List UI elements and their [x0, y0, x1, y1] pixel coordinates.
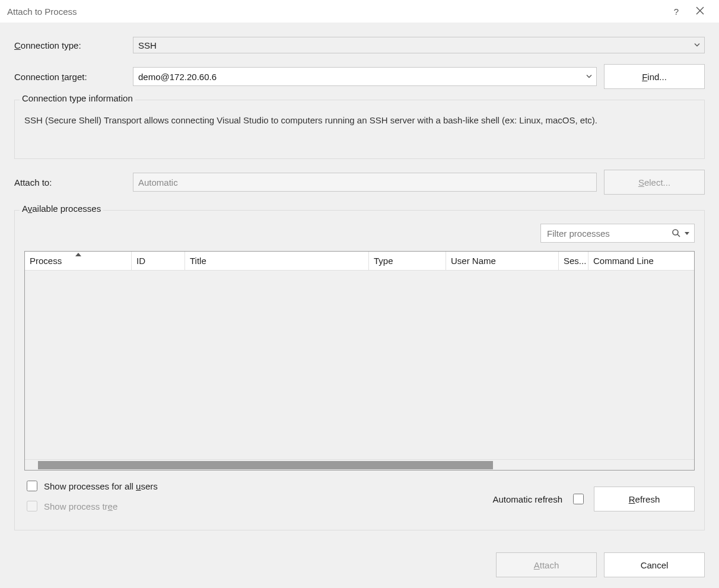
connection-info-text: SSH (Secure Shell) Transport allows conn… [24, 113, 695, 128]
attach-to-field [133, 173, 597, 192]
select-button: Select... [604, 170, 705, 195]
connection-type-row: Connection type: SSH [14, 37, 705, 53]
attach-to-row: Attach to: Select... [14, 170, 705, 195]
dropdown-caret-icon[interactable] [685, 231, 689, 236]
connection-target-value: demo@172.20.60.6 [138, 72, 217, 82]
show-process-tree-input [27, 501, 37, 511]
show-all-users-input[interactable] [27, 481, 37, 491]
chevron-down-icon [693, 40, 701, 50]
help-icon: ? [674, 7, 679, 17]
column-command-line[interactable]: Command Line [588, 252, 694, 270]
show-process-tree-label: Show process tree [44, 501, 117, 511]
dialog-footer: Attach Cancel [496, 552, 705, 577]
column-process[interactable]: Process [25, 252, 132, 270]
dialog-body: Connection type: SSH Connection target: … [0, 23, 719, 588]
connection-target-combo[interactable]: demo@172.20.60.6 [133, 67, 597, 86]
titlebar: Attach to Process ? [0, 0, 719, 23]
find-button[interactable]: Find... [604, 64, 705, 89]
below-table: Show processes for all users Show proces… [24, 479, 695, 519]
cancel-button[interactable]: Cancel [604, 552, 705, 577]
filter-processes-input[interactable] [546, 228, 669, 239]
cancel-button-label: Cancel [641, 560, 669, 570]
filter-wrap [24, 224, 695, 243]
scrollbar-thumb[interactable] [38, 461, 493, 469]
column-user-name[interactable]: User Name [446, 252, 559, 270]
available-processes-legend: Available processes [20, 204, 103, 214]
connection-info-group: Connection type information SSH (Secure … [14, 100, 705, 159]
close-button[interactable] [688, 0, 712, 23]
connection-type-label: Connection type: [14, 40, 133, 50]
auto-refresh-checkbox[interactable] [573, 494, 584, 504]
svg-point-2 [673, 230, 678, 235]
show-all-users-checkbox[interactable]: Show processes for all users [24, 479, 158, 493]
connection-type-combo[interactable]: SSH [133, 37, 705, 53]
svg-marker-4 [685, 232, 689, 235]
select-button-label: Select... [638, 177, 670, 187]
column-title[interactable]: Title [185, 252, 369, 270]
show-process-tree-checkbox: Show process tree [24, 499, 158, 513]
column-id[interactable]: ID [132, 252, 185, 270]
connection-info-legend: Connection type information [20, 93, 135, 103]
left-options: Show processes for all users Show proces… [24, 479, 158, 519]
close-icon [696, 7, 704, 17]
filter-processes-box[interactable] [540, 224, 695, 243]
auto-refresh-label: Automatic refresh [492, 494, 562, 504]
available-processes-group: Available processes Process ID Title Typ… [14, 210, 705, 530]
find-button-label: Find... [642, 72, 667, 82]
connection-target-label: Connection target: [14, 72, 133, 82]
attach-button-label: Attach [534, 560, 559, 570]
help-button[interactable]: ? [664, 0, 688, 23]
column-session[interactable]: Ses... [559, 252, 588, 270]
processes-table: Process ID Title Type User Name Ses... C… [24, 251, 695, 471]
chevron-down-icon [586, 72, 593, 82]
window-title: Attach to Process [7, 7, 664, 17]
refresh-button[interactable]: Refresh [594, 487, 695, 511]
attach-button: Attach [496, 552, 597, 577]
search-icon [672, 228, 681, 238]
horizontal-scrollbar[interactable] [25, 459, 694, 470]
connection-target-row: Connection target: demo@172.20.60.6 Find… [14, 64, 705, 89]
attach-to-label: Attach to: [14, 177, 133, 187]
table-header: Process ID Title Type User Name Ses... C… [25, 252, 694, 271]
table-body-empty [25, 271, 694, 459]
refresh-button-label: Refresh [629, 494, 660, 504]
column-type[interactable]: Type [369, 252, 446, 270]
show-all-users-label: Show processes for all users [44, 481, 158, 491]
right-options: Automatic refresh Refresh [492, 487, 695, 511]
svg-line-3 [677, 234, 680, 237]
connection-type-value: SSH [138, 40, 157, 50]
